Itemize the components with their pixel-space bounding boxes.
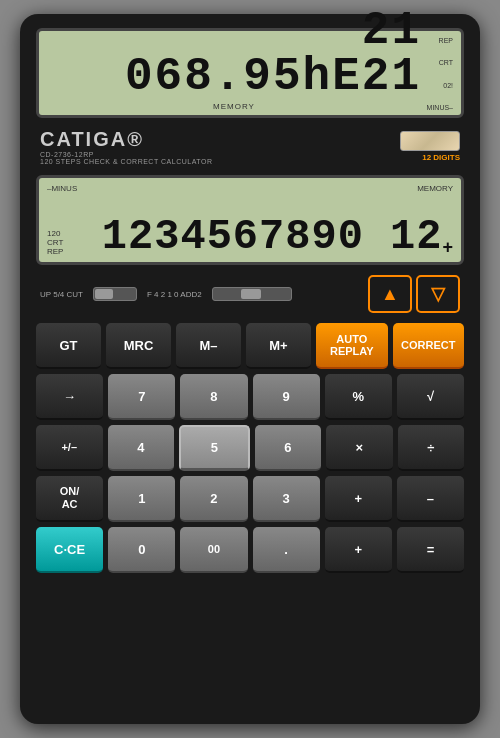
top-label-minus: MINUS– [427,104,453,111]
main-display-row: 120 CRT REP 1234567890 12 + [47,195,453,258]
three-button[interactable]: 3 [253,476,320,522]
mplus-button[interactable]: M+ [246,323,311,369]
auto-replay-button[interactable]: AUTOREPLAY [316,323,388,369]
digits-label: 12 DIGITS [422,153,460,162]
calculator-body: 21 068.95hE21 MEMORY REP CRT 02! MINUS– … [20,14,480,724]
brand-right: 12 DIGITS [400,131,460,162]
top-display-right-labels: REP CRT 02! MINUS– [421,37,453,111]
up-arrow-button[interactable]: ▲ [368,275,412,313]
cce-button[interactable]: C·CE [36,527,103,573]
main-label-minus: –MINUS [47,184,77,193]
main-display-left-labels: 120 CRT REP [47,229,63,258]
main-display: –MINUS MEMORY 120 CRT REP 1234567890 12 … [36,175,464,265]
main-label-120: 120 [47,229,63,238]
button-area: GT MRC M– M+ AUTOREPLAY CORRECT → 7 8 9 … [36,323,464,708]
decimal-button[interactable]: . [253,527,320,573]
brand-name: CATIGA® [40,128,212,151]
eight-button[interactable]: 8 [180,374,247,420]
seven-button[interactable]: 7 [108,374,175,420]
button-row-2: GT MRC M– M+ AUTOREPLAY CORRECT [36,323,464,369]
button-row-4: +/– 4 5 6 × ÷ [36,425,464,471]
selector-switch-right[interactable] [212,287,292,301]
top-label-num: 02! [443,82,453,89]
four-button[interactable]: 4 [108,425,175,471]
top-display-memory-label: MEMORY [47,102,421,111]
top-label-rep: REP [439,37,453,44]
plus-tall-button[interactable]: + [325,476,392,522]
equals-button[interactable]: = [397,527,464,573]
main-label-memory: MEMORY [417,184,453,193]
sqrt-button[interactable]: √ [397,374,464,420]
solar-panel [400,131,460,151]
percent-button[interactable]: % [325,374,392,420]
top-display: 21 068.95hE21 MEMORY REP CRT 02! MINUS– [36,28,464,118]
five-button[interactable]: 5 [179,425,250,471]
button-row-6: C·CE 0 00 . + = [36,527,464,573]
selector-knob-left [95,289,113,299]
button-row-5: ON/AC 1 2 3 + – [36,476,464,522]
onac-button[interactable]: ON/AC [36,476,103,522]
brand-subtitle: 120 STEPS CHECK & CORRECT CALCULATOR [40,158,212,165]
main-label-crt: CRT [47,238,63,247]
correct-button[interactable]: CORRECT [393,323,465,369]
top-display-value: 21 068.95hE21 [47,8,421,100]
selector-label-right: F 4 2 1 0 ADD2 [147,290,202,299]
down-arrow-button[interactable]: ▽ [416,275,460,313]
selector-knob-right [241,289,261,299]
button-row-3: → 7 8 9 % √ [36,374,464,420]
zero-button[interactable]: 0 [108,527,175,573]
arrow-right-button[interactable]: → [36,374,103,420]
selector-switch-left[interactable] [93,287,137,301]
brand-area: CATIGA® CD-2736-12RP 120 STEPS CHECK & C… [36,126,464,167]
selector-label-left: UP 5/4 CUT [40,290,83,299]
divide-button[interactable]: ÷ [398,425,465,471]
brand-model: CD-2736-12RP [40,151,212,158]
multiply-button[interactable]: × [326,425,393,471]
mminus-button[interactable]: M– [176,323,241,369]
brand-left: CATIGA® CD-2736-12RP 120 STEPS CHECK & C… [40,128,212,165]
top-display-main: 21 068.95hE21 MEMORY [47,37,421,111]
plus-bottom-button[interactable]: + [325,527,392,573]
plusminus-button[interactable]: +/– [36,425,103,471]
main-display-labels: –MINUS MEMORY [47,184,453,193]
minus-button[interactable]: – [397,476,464,522]
top-label-crt: CRT [439,59,453,66]
nine-button[interactable]: 9 [253,374,320,420]
six-button[interactable]: 6 [255,425,322,471]
doublezero-button[interactable]: 00 [180,527,247,573]
main-display-value: 1234567890 12 [67,216,442,258]
selector-row: UP 5/4 CUT F 4 2 1 0 ADD2 ▲ ▽ [36,273,464,315]
main-display-plus: + [442,237,453,258]
one-button[interactable]: 1 [108,476,175,522]
two-button[interactable]: 2 [180,476,247,522]
main-label-rep: REP [47,247,63,256]
gt-button[interactable]: GT [36,323,101,369]
mrc-button[interactable]: MRC [106,323,171,369]
nav-arrows-top: ▲ ▽ [368,275,460,313]
